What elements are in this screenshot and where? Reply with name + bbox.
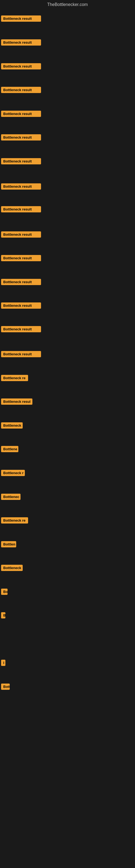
list-item: Bottlenec [1, 494, 20, 501]
bottleneck-badge[interactable]: B [1, 612, 5, 618]
list-item: Bottlen [1, 541, 16, 549]
bottleneck-badge[interactable]: I [1, 660, 5, 666]
bottleneck-badge[interactable]: Bottleneck result [1, 111, 41, 117]
bottleneck-badge[interactable]: Bottleneck result [1, 351, 41, 357]
list-item: Bottleneck result [1, 279, 41, 286]
bottleneck-badge[interactable]: Bottlene [1, 446, 18, 452]
list-item: Bottleneck result [1, 39, 41, 46]
bottleneck-badge[interactable]: Bottleneck re [1, 375, 28, 381]
list-item: Bottleneck result [1, 326, 41, 333]
list-item: Bottleneck result [1, 206, 41, 214]
list-item: Bottleneck result [1, 158, 41, 165]
bottleneck-badge[interactable]: Bo [1, 589, 8, 595]
list-item: I [1, 660, 5, 667]
list-item: Bottleneck result [1, 134, 41, 142]
bottleneck-badge[interactable]: Bottleneck result [1, 158, 41, 164]
bottleneck-badge[interactable]: Bottleneck result [1, 231, 41, 238]
list-item: Bottleneck re [1, 517, 28, 525]
list-item: Bo [1, 589, 8, 596]
list-item: Bottleneck [1, 422, 23, 430]
bottleneck-badge[interactable]: Bottleneck result [1, 255, 41, 261]
bottleneck-badge[interactable]: Bott [1, 684, 10, 690]
bottleneck-badge[interactable]: Bottlenec [1, 494, 20, 500]
bottleneck-badge[interactable]: Bottleneck result [1, 183, 41, 190]
list-item: Bottleneck result [1, 111, 41, 118]
bottleneck-badge[interactable]: Bottleneck result [1, 16, 41, 22]
list-item: Bottleneck result [1, 183, 41, 191]
list-item: Bottleneck result [1, 303, 41, 310]
list-item: Bott [1, 684, 10, 691]
bottleneck-badge[interactable]: Bottleneck result [1, 326, 41, 332]
site-title: TheBottlenecker.com [0, 0, 135, 9]
list-item: Bottleneck result [1, 231, 41, 239]
list-item: Bottleneck result [1, 63, 41, 70]
bottleneck-badge[interactable]: Bottleneck result [1, 63, 41, 69]
bottleneck-badge[interactable]: Bottleneck re [1, 517, 28, 524]
bottleneck-badge[interactable]: Bottleneck result [1, 134, 41, 141]
bottleneck-badge[interactable]: Bottleneck resul [1, 399, 32, 405]
list-item: Bottleneck result [1, 87, 41, 94]
list-item: Bottleneck resul [1, 399, 32, 406]
bottleneck-badge[interactable]: Bottleneck [1, 565, 23, 571]
list-item: Bottleneck result [1, 255, 41, 262]
list-item: Bottlene [1, 446, 18, 453]
list-item: Bottleneck result [1, 16, 41, 23]
list-item: Bottleneck re [1, 375, 28, 382]
bottleneck-badge[interactable]: Bottleneck result [1, 39, 41, 45]
bottleneck-badge[interactable]: Bottleneck r [1, 470, 25, 476]
bottleneck-badge[interactable]: Bottleneck result [1, 87, 41, 93]
bottleneck-badge[interactable]: Bottleneck result [1, 206, 41, 212]
list-item: Bottleneck result [1, 351, 41, 358]
bottleneck-badge[interactable]: Bottleneck [1, 422, 23, 429]
list-item: Bottleneck [1, 565, 23, 572]
bottleneck-badge[interactable]: Bottlen [1, 541, 16, 547]
bottleneck-badge[interactable]: Bottleneck result [1, 303, 41, 309]
bottleneck-badge[interactable]: Bottleneck result [1, 279, 41, 285]
list-item: B [1, 612, 5, 620]
list-item: Bottleneck r [1, 470, 25, 477]
